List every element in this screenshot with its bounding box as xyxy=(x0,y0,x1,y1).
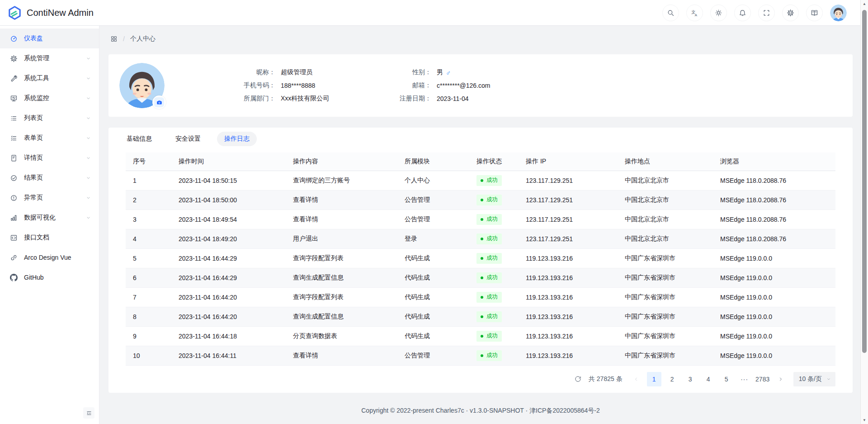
tab-operation-log[interactable]: 操作日志 xyxy=(217,132,257,146)
column-header: 操作 IP xyxy=(519,152,618,171)
chevron-down-icon xyxy=(86,116,91,121)
notifications-button[interactable] xyxy=(734,5,751,21)
chevron-down-icon xyxy=(826,377,831,381)
theme-button[interactable] xyxy=(710,5,727,21)
profile-field-label: 邮箱： xyxy=(382,81,431,90)
sidebar-item-system-management[interactable]: 系统管理 xyxy=(0,48,99,68)
sidebar-item-api-docs[interactable]: 接口文档 xyxy=(0,228,99,248)
refresh-icon[interactable] xyxy=(575,376,581,382)
sidebar-item-detail-page[interactable]: 详情页 xyxy=(0,148,99,168)
cell-status: 成功 xyxy=(469,307,519,326)
scroll-down-arrow-icon[interactable]: ▼ xyxy=(861,418,868,422)
cell-location: 中国广东省深圳市 xyxy=(618,248,713,268)
status-dot-icon xyxy=(481,276,483,279)
sidebar-collapse-button[interactable] xyxy=(83,407,94,419)
sidebar-item-system-monitor[interactable]: 系统监控 xyxy=(0,88,99,108)
status-dot-icon xyxy=(481,354,483,357)
chevron-down-icon xyxy=(86,136,91,141)
scrollbar-thumb[interactable] xyxy=(862,10,867,353)
page-button[interactable]: 4 xyxy=(701,372,716,386)
column-header: 浏览器 xyxy=(713,152,835,171)
cell-module: 代码生成 xyxy=(397,326,469,346)
prev-page-button[interactable] xyxy=(629,372,643,386)
fullscreen-icon xyxy=(763,9,770,17)
cell-time: 2023-11-04 18:49:20 xyxy=(171,229,286,248)
profile-field: 手机号码：188****8888 xyxy=(226,80,382,91)
page-button[interactable]: 3 xyxy=(683,372,698,386)
sidebar-item-label: 异常页 xyxy=(24,194,90,202)
tab-basic-info[interactable]: 基础信息 xyxy=(127,135,152,143)
sidebar-item-exception-page[interactable]: 异常页 xyxy=(0,188,99,208)
tab-security-settings[interactable]: 安全设置 xyxy=(175,135,201,143)
sidebar-item-data-visualization[interactable]: 数据可视化 xyxy=(0,208,99,228)
status-text: 成功 xyxy=(486,254,498,262)
chevron-left-icon xyxy=(633,376,639,382)
chevron-right-icon xyxy=(778,376,783,382)
sidebar-item-dashboard[interactable]: 仪表盘 xyxy=(0,29,99,48)
cell-browser: MSEdge 118.0.2088.76 xyxy=(713,210,835,229)
sidebar-item-system-tools[interactable]: 系统工具 xyxy=(0,68,99,88)
translate-icon: 文A xyxy=(691,9,698,17)
pagination-total: 共 27825 条 xyxy=(589,375,623,383)
table-row: 22023-11-04 18:50:00查看详情公告管理成功123.117.12… xyxy=(126,190,835,210)
change-avatar-button[interactable] xyxy=(152,95,166,109)
sidebar-item-form-page[interactable]: 表单页 xyxy=(0,128,99,148)
page-button[interactable]: 1 xyxy=(647,372,661,386)
code-square-icon xyxy=(10,234,18,242)
cell-time: 2023-11-04 16:44:20 xyxy=(171,307,286,326)
page-button[interactable]: 5 xyxy=(719,372,734,386)
table-row: 62023-11-04 16:44:29查询生成配置信息代码生成成功119.12… xyxy=(126,268,835,287)
cell-content: 查询字段配置列表 xyxy=(286,287,397,307)
sidebar-item-result-page[interactable]: 结果页 xyxy=(0,168,99,188)
scroll-up-arrow-icon[interactable]: ▲ xyxy=(861,2,868,6)
page-scrollbar[interactable]: ▲ ▼ xyxy=(860,0,868,424)
cell-ip: 119.123.193.216 xyxy=(519,248,618,268)
cell-browser: MSEdge 118.0.2088.76 xyxy=(713,171,835,190)
profile-field-label: 手机号码： xyxy=(226,81,275,90)
breadcrumb-current: 个人中心 xyxy=(130,35,156,43)
link-icon xyxy=(10,254,18,262)
settings-button[interactable] xyxy=(782,5,799,21)
cell-ip: 123.117.129.251 xyxy=(519,190,618,210)
profile-avatar xyxy=(119,63,165,108)
cell-module: 代码生成 xyxy=(397,307,469,326)
apps-grid-icon[interactable] xyxy=(110,35,118,43)
cell-module: 代码生成 xyxy=(397,248,469,268)
profile-fields-right: 性别：男♂邮箱：c********@126.com注册日期：2023-11-04 xyxy=(382,67,491,104)
profile-field-value: c********@126.com xyxy=(437,82,491,89)
page-button[interactable]: 2783 xyxy=(755,372,770,386)
cell-location: 中国北京北京市 xyxy=(618,190,713,210)
status-text: 成功 xyxy=(486,176,498,184)
next-page-button[interactable] xyxy=(774,372,788,386)
sidebar-item-label: 数据可视化 xyxy=(24,214,90,222)
sidebar-item-list-page[interactable]: 列表页 xyxy=(0,108,99,128)
status-text: 成功 xyxy=(486,293,498,301)
profile-tabs: 基础信息安全设置操作日志 xyxy=(126,135,835,143)
cell-module: 公告管理 xyxy=(397,346,469,365)
page-button[interactable]: 2 xyxy=(665,372,679,386)
page-size-select[interactable]: 10 条/页 xyxy=(793,372,835,386)
user-avatar-button[interactable] xyxy=(830,5,847,21)
table-row: 42023-11-04 18:49:20用户退出登录成功123.117.129.… xyxy=(126,229,835,248)
docs-button[interactable] xyxy=(806,5,823,21)
cell-ip: 123.117.129.251 xyxy=(519,210,618,229)
page-ellipsis: ··· xyxy=(737,372,752,386)
chevron-down-icon xyxy=(86,195,91,200)
sidebar-item-arco-design-vue[interactable]: Arco Design Vue xyxy=(0,248,99,267)
chevron-down-icon xyxy=(86,176,91,181)
cell-no: 10 xyxy=(126,346,171,365)
cell-time: 2023-11-04 16:44:20 xyxy=(171,287,286,307)
table-row: 72023-11-04 16:44:20查询字段配置列表代码生成成功119.12… xyxy=(126,287,835,307)
fullscreen-button[interactable] xyxy=(758,5,775,21)
search-button[interactable] xyxy=(662,5,679,21)
language-button[interactable]: 文A xyxy=(686,5,703,21)
cell-location: 中国广东省深圳市 xyxy=(618,287,713,307)
status-text: 成功 xyxy=(486,352,498,359)
cell-browser: MSEdge 119.0.0.0 xyxy=(713,248,835,268)
profile-card: 昵称：超级管理员手机号码：188****8888所属部门：Xxx科技有限公司 性… xyxy=(108,54,853,117)
sidebar-item-label: Arco Design Vue xyxy=(24,254,90,261)
dashboard-icon xyxy=(10,35,18,43)
profile-info: 昵称：超级管理员手机号码：188****8888所属部门：Xxx科技有限公司 性… xyxy=(226,67,491,104)
brand[interactable]: ContiNew Admin xyxy=(7,5,94,20)
sidebar-item-github[interactable]: GitHub xyxy=(0,267,99,287)
